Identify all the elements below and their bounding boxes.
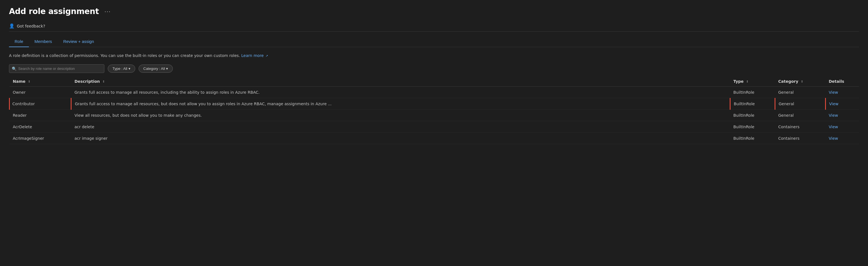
row-type: BuiltInRole (730, 98, 775, 110)
category-sort-icon[interactable]: ↕ (801, 80, 803, 83)
type-sort-icon[interactable]: ↕ (746, 80, 748, 83)
external-link-icon: ↗ (266, 54, 268, 58)
column-header-description: Description ↕ (71, 76, 730, 87)
row-category: General (775, 98, 825, 110)
type-filter-button[interactable]: Type : All ▾ (108, 64, 135, 73)
row-details: View (825, 87, 859, 98)
description-sort-icon[interactable]: ↕ (102, 80, 105, 83)
page-container: Add role assignment ··· 👤 Got feedback? … (0, 0, 868, 151)
row-category: General (775, 110, 825, 121)
column-header-details: Details (825, 76, 859, 87)
row-details: View (825, 110, 859, 121)
feedback-bar: 👤 Got feedback? (9, 21, 859, 32)
row-details: View (825, 121, 859, 133)
row-category: Containers (775, 121, 825, 133)
name-sort-icon[interactable]: ↕ (28, 80, 30, 83)
row-description: View all resources, but does not allow y… (71, 110, 730, 121)
row-name: AcrDelete (9, 121, 71, 133)
row-description: Grants full access to manage all resourc… (71, 98, 730, 110)
row-category: General (775, 87, 825, 98)
table-header: Name ↕ Description ↕ Type ↕ Category ↕ D… (9, 76, 859, 87)
roles-table: Name ↕ Description ↕ Type ↕ Category ↕ D… (9, 76, 859, 144)
row-category: Containers (775, 133, 825, 144)
row-type: BuiltInRole (730, 121, 775, 133)
row-type: BuiltInRole (730, 110, 775, 121)
row-name: Contributor (9, 98, 71, 110)
description-text: A role definition is a collection of per… (9, 53, 859, 59)
tab-review-assign[interactable]: Review + assign (58, 36, 100, 47)
tabs-container: Role Members Review + assign (9, 36, 859, 47)
type-filter-chevron-icon: ▾ (128, 66, 130, 71)
search-input[interactable] (9, 64, 104, 73)
view-link[interactable]: View (829, 101, 839, 106)
more-options-button[interactable]: ··· (102, 7, 113, 16)
row-details: View (825, 133, 859, 144)
role-description: A role definition is a collection of per… (9, 53, 859, 59)
learn-more-link[interactable]: Learn more ↗ (241, 53, 268, 58)
row-type: BuiltInRole (730, 87, 775, 98)
table-body: Owner Grants full access to manage all r… (9, 87, 859, 144)
row-description: Grants full access to manage all resourc… (71, 87, 730, 98)
view-link[interactable]: View (829, 136, 838, 141)
row-name: Reader (9, 110, 71, 121)
column-header-name: Name ↕ (9, 76, 71, 87)
table-row[interactable]: Reader View all resources, but does not … (9, 110, 859, 121)
row-type: BuiltInRole (730, 133, 775, 144)
feedback-icon: 👤 (9, 23, 14, 29)
row-name: AcrImageSigner (9, 133, 71, 144)
feedback-text: Got feedback? (17, 24, 45, 28)
row-description: acr delete (71, 121, 730, 133)
table-row[interactable]: Owner Grants full access to manage all r… (9, 87, 859, 98)
row-name: Owner (9, 87, 71, 98)
row-details: View (825, 98, 859, 110)
view-link[interactable]: View (829, 113, 838, 118)
table-header-row: Name ↕ Description ↕ Type ↕ Category ↕ D… (9, 76, 859, 87)
page-title: Add role assignment (9, 7, 99, 16)
category-filter-button[interactable]: Category : All ▾ (138, 64, 173, 73)
page-header: Add role assignment ··· (9, 7, 859, 16)
row-description: acr image signer (71, 133, 730, 144)
view-link[interactable]: View (829, 90, 838, 94)
column-header-type: Type ↕ (730, 76, 775, 87)
filters-row: 🔍 Type : All ▾ Category : All ▾ (9, 64, 859, 73)
table-row[interactable]: Contributor Grants full access to manage… (9, 98, 859, 110)
search-container: 🔍 (9, 64, 104, 73)
category-filter-chevron-icon: ▾ (166, 66, 168, 71)
tab-role[interactable]: Role (9, 36, 29, 47)
column-header-category: Category ↕ (775, 76, 825, 87)
table-row[interactable]: AcrImageSigner acr image signer BuiltInR… (9, 133, 859, 144)
tab-members[interactable]: Members (29, 36, 58, 47)
view-link[interactable]: View (829, 125, 838, 129)
search-icon: 🔍 (12, 66, 17, 71)
table-row[interactable]: AcrDelete acr delete BuiltInRole Contain… (9, 121, 859, 133)
